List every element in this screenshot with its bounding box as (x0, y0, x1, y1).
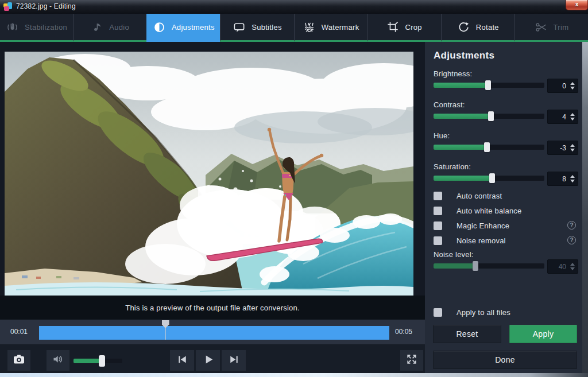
window-title: 72382.jpg - Editing (16, 2, 76, 10)
playhead-stem (165, 328, 166, 340)
preview-image (5, 52, 413, 296)
tab-label: Audio (109, 23, 129, 32)
previous-frame-button[interactable] (170, 350, 194, 371)
contrast-slider[interactable] (434, 114, 544, 119)
tab-crop[interactable]: Crop (368, 14, 441, 42)
noise-level-slider-thumb (473, 261, 478, 271)
saturation-value[interactable]: 8 (562, 175, 566, 183)
contrast-slider-thumb[interactable] (488, 111, 494, 121)
checkbox-label: Noise removal (457, 236, 506, 245)
auto-white-balance-checkbox[interactable] (434, 207, 442, 215)
apply-to-all-files-checkbox[interactable] (434, 308, 442, 317)
magic-enhance-help-icon[interactable]: ? (567, 221, 576, 230)
seek-bar[interactable] (39, 326, 389, 340)
adjustments-panel: Adjustments Brightness: 0 Contrast: 4 Hu… (425, 42, 582, 373)
seek-track-wrap (39, 320, 389, 344)
close-button[interactable]: x (566, 0, 588, 10)
hue-spinner[interactable] (570, 143, 575, 152)
saturation-label: Saturation: (434, 162, 471, 171)
transport-bar (0, 344, 425, 373)
contrast-value-box[interactable]: 4 (547, 110, 578, 124)
window-right-border (582, 42, 588, 373)
stabilization-hand-icon (6, 21, 19, 34)
tab-label: Subtitles (252, 23, 282, 32)
apply-all-row: Apply to all files (434, 308, 510, 317)
saturation-slider-thumb[interactable] (489, 173, 495, 183)
spin-up-icon[interactable] (570, 144, 575, 147)
watermark-fountain-icon (303, 21, 316, 34)
reset-button[interactable]: Reset (433, 325, 501, 343)
noise-removal-checkbox[interactable] (434, 236, 442, 245)
scissors-icon (535, 21, 548, 34)
speaker-icon (51, 352, 65, 368)
tab-audio[interactable]: Audio (73, 14, 146, 42)
slider-fill (434, 83, 488, 88)
tab-rotate[interactable]: Rotate (441, 14, 514, 42)
hue-slider[interactable] (434, 145, 544, 150)
checkbox-label: Auto white balance (457, 207, 521, 215)
brightness-spinner[interactable] (570, 81, 575, 90)
tab-adjustments[interactable]: Adjustments (146, 14, 220, 42)
contrast-label: Contrast: (434, 100, 465, 109)
noise-removal-row: Noise removal (434, 236, 506, 245)
spin-up-icon[interactable] (570, 113, 575, 116)
hue-slider-thumb[interactable] (484, 142, 490, 152)
spin-down-icon (570, 267, 575, 270)
brightness-slider-thumb[interactable] (485, 80, 491, 90)
snapshot-button[interactable] (7, 350, 30, 371)
saturation-spinner[interactable] (570, 174, 575, 183)
total-time: 00:05 (395, 328, 412, 336)
hue-value-box[interactable]: -3 (547, 141, 578, 155)
checkbox-label: Magic Enhance (457, 221, 509, 230)
tab-subtitles[interactable]: Subtitles (220, 14, 293, 42)
preview-stage (0, 42, 425, 296)
noise-removal-help-icon[interactable]: ? (567, 236, 576, 244)
spin-up-icon[interactable] (570, 175, 575, 178)
tab-label: Watermark (322, 23, 359, 32)
brightness-value[interactable]: 0 (562, 82, 566, 90)
volume-slider[interactable] (74, 359, 122, 363)
contrast-spinner[interactable] (570, 112, 575, 121)
fullscreen-button[interactable] (400, 350, 423, 371)
spin-up-icon[interactable] (570, 82, 575, 85)
tab-label: Trim (554, 23, 569, 32)
window-bottom-border (0, 373, 588, 377)
brightness-value-box[interactable]: 0 (547, 79, 578, 93)
apply-button[interactable]: Apply (509, 325, 577, 343)
magic-enhance-checkbox[interactable] (434, 221, 442, 230)
tab-label: Stabilization (25, 23, 67, 32)
brightness-slider[interactable] (434, 83, 544, 88)
spin-down-icon[interactable] (570, 118, 575, 121)
timeline-row: 00:01 00:05 (0, 320, 425, 344)
saturation-slider[interactable] (434, 176, 544, 181)
music-note-icon (91, 21, 103, 33)
fullscreen-expand-icon (405, 353, 418, 368)
hue-label: Hue: (434, 131, 450, 140)
checkbox-label: Apply to all files (457, 308, 510, 317)
tab-stabilization[interactable]: Stabilization (0, 14, 73, 42)
play-button[interactable] (196, 350, 220, 371)
spin-down-icon[interactable] (570, 149, 575, 151)
hue-value[interactable]: -3 (560, 144, 566, 152)
auto-contrast-checkbox[interactable] (434, 192, 442, 200)
crop-icon (386, 21, 399, 33)
checkbox-label: Auto contrast (457, 192, 502, 200)
done-button[interactable]: Done (433, 351, 577, 369)
slider-fill (434, 114, 491, 119)
rotate-arrow-icon (457, 21, 470, 34)
skip-end-icon (227, 353, 241, 368)
auto-white-balance-row: Auto white balance (434, 206, 521, 215)
saturation-value-box[interactable]: 8 (547, 172, 578, 186)
next-frame-button[interactable] (222, 350, 246, 371)
contrast-value[interactable]: 4 (562, 113, 566, 121)
tab-label: Adjustments (172, 23, 215, 32)
spin-down-icon[interactable] (570, 87, 575, 90)
tab-watermark[interactable]: Watermark (294, 14, 368, 42)
mute-button[interactable] (47, 350, 69, 371)
spin-down-icon[interactable] (570, 180, 575, 182)
tab-trim[interactable]: Trim (514, 14, 588, 42)
title-bar: 72382.jpg - Editing x (0, 0, 588, 14)
volume-slider-thumb[interactable] (99, 355, 105, 367)
play-icon (202, 353, 215, 368)
magic-enhance-row: Magic Enhance (434, 221, 509, 230)
